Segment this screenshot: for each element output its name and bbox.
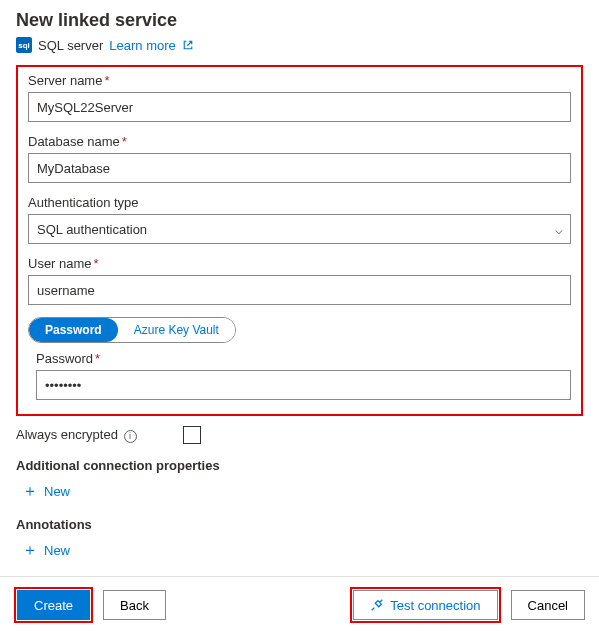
- user-name-input[interactable]: [28, 275, 571, 305]
- user-name-label: User name*: [28, 256, 571, 271]
- subtitle-row: sql SQL server Learn more: [16, 37, 583, 53]
- form-highlight-box: Server name* Database name* Authenticati…: [16, 65, 583, 416]
- back-button[interactable]: Back: [103, 590, 166, 620]
- create-highlight: Create: [14, 587, 93, 623]
- page-title: New linked service: [16, 10, 583, 31]
- plug-icon: [370, 598, 384, 612]
- cancel-button[interactable]: Cancel: [511, 590, 585, 620]
- password-input[interactable]: [36, 370, 571, 400]
- add-property-button[interactable]: ＋ New: [20, 479, 72, 503]
- database-name-label: Database name*: [28, 134, 571, 149]
- info-icon[interactable]: i: [124, 430, 137, 443]
- auth-type-select[interactable]: SQL authentication: [28, 214, 571, 244]
- test-connection-button[interactable]: Test connection: [353, 590, 497, 620]
- auth-type-label: Authentication type: [28, 195, 571, 210]
- service-type-label: SQL server: [38, 38, 103, 53]
- sql-server-icon: sql: [16, 37, 32, 53]
- toggle-keyvault-option[interactable]: Azure Key Vault: [118, 318, 235, 342]
- password-label: Password*: [36, 351, 571, 366]
- always-encrypted-label: Always encrypted i: [16, 427, 137, 443]
- database-name-input[interactable]: [28, 153, 571, 183]
- add-annotation-button[interactable]: ＋ New: [20, 538, 72, 562]
- server-name-label: Server name*: [28, 73, 571, 88]
- password-source-toggle: Password Azure Key Vault: [28, 317, 236, 343]
- server-name-input[interactable]: [28, 92, 571, 122]
- external-link-icon: [182, 39, 194, 51]
- annotations-heading: Annotations: [16, 517, 583, 532]
- create-button[interactable]: Create: [17, 590, 90, 620]
- toggle-password-option[interactable]: Password: [29, 318, 118, 342]
- plus-icon: ＋: [22, 542, 38, 558]
- learn-more-link[interactable]: Learn more: [109, 38, 175, 53]
- footer-bar: Create Back Test connection Cancel: [0, 576, 599, 631]
- plus-icon: ＋: [22, 483, 38, 499]
- always-encrypted-checkbox[interactable]: [183, 426, 201, 444]
- test-highlight: Test connection: [350, 587, 500, 623]
- additional-props-heading: Additional connection properties: [16, 458, 583, 473]
